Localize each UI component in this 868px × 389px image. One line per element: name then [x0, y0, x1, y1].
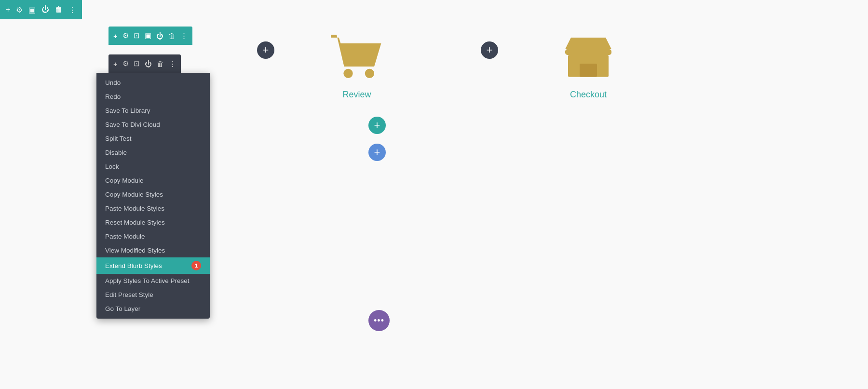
menu-item-lock[interactable]: Lock [96, 160, 210, 174]
inner-more-icon[interactable]: ⋮ [169, 59, 176, 68]
menu-item-label-reset-module-styles: Reset Module Styles [105, 219, 165, 226]
review-label: Review [342, 90, 371, 100]
menu-item-label-go-to-layer: Go To Layer [105, 305, 140, 312]
menu-item-extend-blurb-styles[interactable]: Extend Blurb Styles1 [96, 257, 210, 274]
add-row-teal-icon[interactable]: + [368, 117, 386, 134]
menu-item-view-modified-styles[interactable]: View Modified Styles [96, 243, 210, 257]
top-add-icon[interactable]: + [6, 5, 10, 14]
inner-settings-icon[interactable]: ⚙ [122, 59, 129, 68]
checkout-label: Checkout [570, 90, 607, 100]
menu-item-label-extend-blurb-styles: Extend Blurb Styles [105, 262, 162, 269]
outer-settings-icon[interactable]: ⚙ [122, 31, 129, 40]
three-dots-button[interactable]: ••• [368, 310, 390, 331]
top-trash-icon[interactable]: 🗑 [55, 5, 63, 14]
inner-add-icon[interactable]: + [113, 60, 118, 68]
top-layout-icon[interactable]: ▣ [28, 5, 36, 14]
float-plus-mid[interactable]: + [481, 41, 498, 59]
context-menu: UndoRedoSave To LibrarySave To Divi Clou… [96, 73, 210, 319]
menu-item-save-to-library[interactable]: Save To Library [96, 104, 210, 118]
inner-duplicate-icon[interactable]: ⊡ [134, 59, 140, 68]
menu-item-badge-extend-blurb-styles: 1 [191, 261, 201, 270]
svg-point-0 [343, 69, 353, 78]
inner-power-icon[interactable]: ⏻ [145, 60, 152, 68]
menu-item-copy-module[interactable]: Copy Module [96, 174, 210, 188]
checkout-module: Checkout [559, 29, 617, 100]
teal-plus-btn[interactable]: + [368, 117, 386, 134]
menu-item-label-apply-styles-to-active-preset: Apply Styles To Active Preset [105, 277, 190, 284]
blue-plus-btn[interactable]: + [368, 144, 386, 161]
menu-item-copy-module-styles[interactable]: Copy Module Styles [96, 188, 210, 201]
menu-item-paste-module[interactable]: Paste Module [96, 229, 210, 243]
menu-item-label-copy-module-styles: Copy Module Styles [105, 191, 163, 198]
top-power-icon[interactable]: ⏻ [41, 5, 49, 14]
cart-icon [328, 29, 386, 87]
menu-item-disable[interactable]: Disable [96, 146, 210, 160]
menu-item-label-split-test: Split Test [105, 135, 132, 142]
menu-item-label-undo: Undo [105, 79, 121, 86]
menu-item-apply-styles-to-active-preset[interactable]: Apply Styles To Active Preset [96, 274, 210, 288]
menu-item-paste-module-styles[interactable]: Paste Module Styles [96, 201, 210, 215]
three-dots-icon: ••• [374, 316, 384, 326]
menu-item-label-copy-module: Copy Module [105, 177, 144, 184]
menu-item-label-disable: Disable [105, 149, 127, 156]
inner-trash-icon[interactable]: 🗑 [157, 60, 164, 68]
menu-item-label-edit-preset-style: Edit Preset Style [105, 291, 153, 298]
menu-item-label-redo: Redo [105, 93, 121, 100]
svg-rect-4 [580, 64, 597, 77]
review-module: Review [328, 29, 386, 100]
svg-point-1 [365, 69, 374, 78]
top-more-icon[interactable]: ⋮ [68, 5, 76, 14]
menu-item-split-test[interactable]: Split Test [96, 132, 210, 146]
module-toolbar-outer: + ⚙ ⊡ ▣ ⏻ 🗑 ⋮ [108, 27, 192, 45]
float-add-mid-icon[interactable]: + [481, 41, 498, 59]
float-plus-left[interactable]: + [257, 41, 274, 59]
outer-trash-icon[interactable]: 🗑 [168, 32, 176, 40]
outer-duplicate-icon[interactable]: ⊡ [134, 31, 140, 40]
store-icon [559, 29, 617, 87]
float-add-left-icon[interactable]: + [257, 41, 274, 59]
menu-item-label-paste-module: Paste Module [105, 233, 145, 240]
menu-item-save-to-divi-cloud[interactable]: Save To Divi Cloud [96, 118, 210, 132]
add-row-blue-icon[interactable]: + [368, 144, 386, 161]
menu-item-reset-module-styles[interactable]: Reset Module Styles [96, 215, 210, 229]
menu-item-label-paste-module-styles: Paste Module Styles [105, 205, 164, 212]
menu-item-label-lock: Lock [105, 163, 119, 170]
outer-power-icon[interactable]: ⏻ [156, 32, 163, 40]
outer-add-icon[interactable]: + [113, 32, 118, 40]
menu-item-go-to-layer[interactable]: Go To Layer [96, 302, 210, 316]
menu-item-undo[interactable]: Undo [96, 76, 210, 90]
svg-rect-2 [565, 49, 611, 55]
menu-item-label-save-to-divi-cloud: Save To Divi Cloud [105, 121, 160, 128]
top-settings-icon[interactable]: ⚙ [16, 5, 23, 14]
module-toolbar-inner: + ⚙ ⊡ ⏻ 🗑 ⋮ [108, 54, 181, 73]
top-toolbar: + ⚙ ▣ ⏻ 🗑 ⋮ [0, 0, 82, 19]
outer-columns-icon[interactable]: ▣ [145, 31, 151, 40]
menu-item-label-view-modified-styles: View Modified Styles [105, 247, 165, 254]
menu-item-label-save-to-library: Save To Library [105, 107, 150, 114]
menu-item-edit-preset-style[interactable]: Edit Preset Style [96, 288, 210, 302]
menu-item-redo[interactable]: Redo [96, 90, 210, 104]
outer-more-icon[interactable]: ⋮ [180, 31, 188, 40]
